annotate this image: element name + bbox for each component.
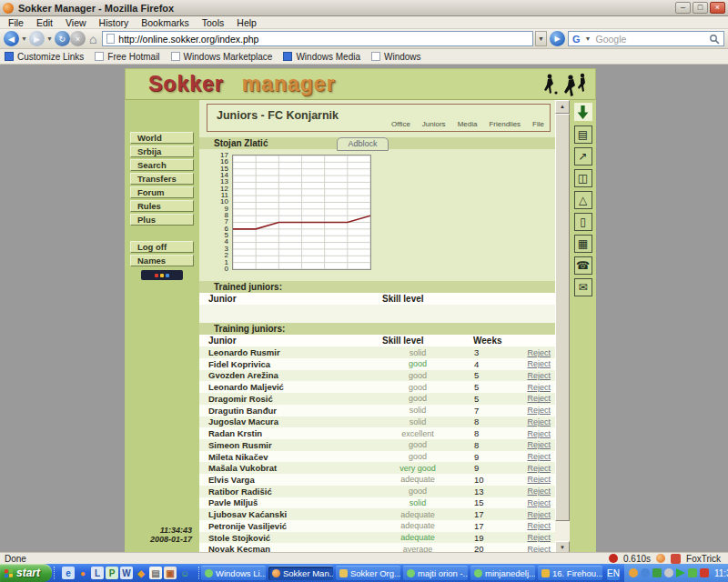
scrollbar-thumb[interactable] — [555, 114, 570, 521]
economy-icon[interactable]: ▦ — [574, 235, 592, 253]
foxtrick-label[interactable]: FoxTrick — [686, 554, 721, 564]
content-scrollbar[interactable]: ▲ ▼ — [555, 100, 570, 555]
junior-name-link[interactable]: Gvozden Arežina — [199, 370, 372, 380]
task-window-button[interactable]: minjanedelj... — [470, 566, 535, 580]
task-window-button[interactable]: majti orion -... — [403, 566, 468, 580]
menu-item[interactable]: Edit — [30, 17, 59, 28]
junior-name-link[interactable]: Pavle Miljuš — [199, 497, 372, 507]
reject-link[interactable]: Reject — [513, 371, 555, 380]
bookmark-item[interactable]: Customize Links — [5, 52, 84, 62]
phone-icon[interactable]: ☎ — [574, 256, 592, 275]
reject-link[interactable]: Reject — [513, 510, 555, 519]
adblock-tab-button[interactable]: Adblock — [337, 137, 389, 151]
junior-name-link[interactable]: Mašala Vukobrat — [199, 463, 372, 473]
bookmark-item[interactable]: Windows Marketplace — [171, 52, 273, 62]
restore-button[interactable]: □ — [693, 2, 708, 14]
ie-quicklaunch-icon[interactable]: e — [62, 567, 75, 579]
page-menu-link[interactable]: Friendlies — [489, 120, 521, 128]
junior-name-link[interactable]: Jugoslav Macura — [199, 416, 372, 426]
junior-name-link[interactable]: Fidel Koprivica — [199, 359, 372, 369]
stadium-icon[interactable]: ◫ — [574, 169, 592, 187]
junior-name-link[interactable]: Ratibor Radišić — [199, 487, 372, 497]
task-window-button[interactable]: Windows Li... — [201, 566, 266, 580]
menu-item[interactable]: Help — [230, 17, 263, 28]
back-dropdown-icon[interactable]: ▼ — [19, 35, 29, 42]
launcher-quicklaunch-icon[interactable]: L — [91, 567, 104, 579]
bookmark-item[interactable]: Windows Media — [283, 52, 360, 62]
reject-link[interactable]: Reject — [513, 394, 555, 403]
page-menu-link[interactable]: Media — [458, 120, 478, 128]
network-tray-icon[interactable] — [688, 568, 697, 577]
reject-link[interactable]: Reject — [513, 417, 555, 426]
sidebar-ad-banner[interactable] — [141, 270, 183, 280]
page-menu-link[interactable]: Juniors — [422, 120, 446, 128]
reject-link[interactable]: Reject — [513, 533, 555, 542]
notes-icon[interactable]: ▯ — [574, 213, 592, 231]
page-menu-link[interactable]: Office — [391, 120, 410, 128]
junior-name-link[interactable]: Stole Stojković — [199, 533, 372, 543]
sidebar-nav-button[interactable]: Rules — [130, 200, 194, 212]
taskbar-clock[interactable]: 11:35 AM — [714, 568, 728, 578]
reject-link[interactable]: Reject — [513, 487, 555, 496]
stand-icon[interactable]: ▤ — [574, 125, 592, 144]
taskwin-grip[interactable] — [198, 567, 199, 579]
reload-button[interactable]: ↻ — [55, 31, 70, 46]
diamond-quicklaunch-icon[interactable]: ◆ — [135, 567, 147, 579]
reject-link[interactable]: Reject — [513, 406, 555, 415]
page-menu-link[interactable]: File — [532, 120, 544, 128]
program-quicklaunch-icon[interactable]: P — [106, 567, 118, 579]
task-window-button[interactable]: Sokker Man... — [268, 566, 333, 580]
sidebar-nav-button[interactable]: World — [130, 132, 194, 144]
play-tray-icon[interactable] — [676, 568, 685, 577]
mail-icon[interactable]: ✉ — [574, 278, 592, 296]
magnifier-icon[interactable] — [709, 34, 720, 45]
reject-link[interactable]: Reject — [513, 440, 555, 449]
reject-link[interactable]: Reject — [513, 452, 555, 461]
reject-link[interactable]: Reject — [513, 475, 555, 484]
reject-link[interactable]: Reject — [513, 429, 555, 438]
forward-button[interactable]: ▶ — [29, 31, 45, 46]
sidebar-session-button[interactable]: Log off — [130, 241, 194, 253]
bookmark-item[interactable]: Windows — [371, 52, 421, 62]
close-button[interactable]: × — [710, 2, 725, 14]
media-quicklaunch-icon[interactable]: ▣ — [164, 567, 177, 579]
menu-item[interactable]: History — [93, 17, 136, 28]
sidebar-nav-button[interactable]: Transfers — [130, 173, 194, 185]
reject-link[interactable]: Reject — [513, 464, 555, 473]
foxtrick-fox-icon[interactable] — [656, 554, 665, 563]
notepad-quicklaunch-icon[interactable]: ▤ — [149, 567, 162, 579]
task-window-button[interactable]: Sokker Org... — [336, 566, 400, 580]
address-bar[interactable]: http://online.sokker.org/index.php — [102, 31, 533, 46]
search-input[interactable]: G ▼ Google — [568, 31, 724, 46]
language-indicator[interactable]: EN — [607, 566, 620, 580]
reject-link[interactable]: Reject — [513, 498, 555, 507]
url-history-dropdown[interactable]: ▼ — [535, 31, 547, 46]
sidebar-nav-button[interactable]: Search — [130, 159, 194, 171]
alert-tray-icon[interactable] — [700, 568, 709, 577]
quicklaunch-grip[interactable] — [54, 567, 55, 579]
minimize-button[interactable]: – — [675, 2, 691, 14]
junior-name-link[interactable]: Leonardo Maljević — [199, 382, 372, 392]
junior-name-link[interactable]: Ljubosav Kaćanski — [199, 509, 372, 519]
stop-button[interactable]: × — [70, 31, 86, 46]
shield-tray-icon[interactable] — [652, 568, 662, 577]
task-window-button[interactable]: 16. Firehou... — [538, 566, 602, 580]
bookmark-item[interactable]: Free Hotmail — [95, 52, 159, 62]
reject-link[interactable]: Reject — [513, 521, 555, 530]
tactics-icon[interactable]: △ — [574, 191, 592, 209]
home-button[interactable]: ⌂ — [86, 32, 100, 46]
volume-tray-icon[interactable] — [664, 568, 673, 577]
adblock-status-icon[interactable] — [609, 554, 618, 563]
reject-link[interactable]: Reject — [513, 383, 555, 392]
scrollbar-up-arrow[interactable]: ▲ — [555, 100, 570, 114]
menu-item[interactable]: Tools — [196, 17, 231, 28]
search-engine-dropdown-icon[interactable]: ▼ — [583, 35, 593, 42]
junior-name-link[interactable]: Radan Krstin — [199, 428, 372, 438]
messenger-tray-icon[interactable] — [629, 568, 638, 577]
user-tray-icon[interactable] — [641, 568, 650, 577]
start-button[interactable]: start — [0, 564, 52, 582]
foxtrick-face-icon[interactable] — [671, 554, 681, 564]
sidebar-session-button[interactable]: Names — [130, 255, 194, 266]
junior-name-link[interactable]: Dragomir Rosić — [199, 394, 372, 404]
junior-name-link[interactable]: Mileta Nikačev — [199, 452, 372, 462]
